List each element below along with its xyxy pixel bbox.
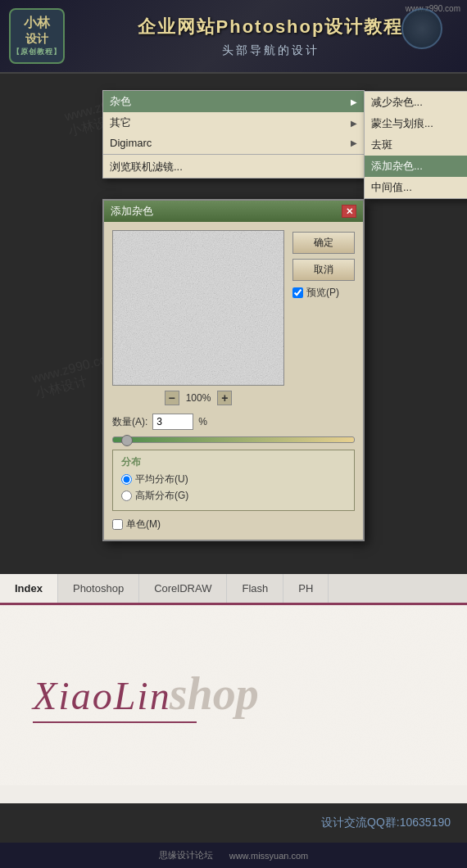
menu-item-other-label: 其它: [110, 115, 351, 130]
menu-item-other[interactable]: 其它 ▶: [103, 112, 364, 133]
dialog-close-button[interactable]: ✕: [342, 205, 356, 218]
submenu-item-4[interactable]: 中间值...: [365, 177, 467, 198]
main-dark-area: www.z990.com小林设计 www.z990.com小林设计 杂色 ▶ 减…: [0, 74, 467, 558]
preview-checkbox-row: 预览(P): [292, 286, 355, 300]
menu-item-zashe-label: 杂色: [110, 94, 351, 109]
add-noise-dialog: 添加杂色 ✕ − 100% +: [102, 199, 365, 541]
menu-item-digimarc-label: Digimarc: [110, 137, 351, 149]
footer: 设计交流QQ群:10635190: [0, 803, 467, 843]
logo-sub: 【原创教程】: [12, 47, 61, 57]
submenu-item-0[interactable]: 减少杂色...: [365, 92, 467, 113]
menu-arrow-zashe: ▶: [351, 97, 357, 106]
uniform-radio-label: 平均分布(U): [135, 472, 188, 486]
tab-flash[interactable]: Flash: [227, 574, 283, 603]
xiaolinshop-logo: XiaoLin shop: [33, 667, 259, 723]
xiaolinshop-shop: shop: [170, 667, 259, 720]
gaussian-radio-row: 高斯分布(G): [121, 489, 346, 503]
header-decorative-circle: [401, 8, 442, 49]
gaussian-radio[interactable]: [121, 491, 132, 501]
submenu-item-3[interactable]: 添加杂色...: [365, 156, 467, 177]
tab-photoshop[interactable]: Photoshop: [58, 574, 139, 603]
bottom-section: Index Photoshop CorelDRAW Flash PH XiaoL…: [0, 574, 467, 803]
dialog-controls: 确定 取消 预览(P): [292, 230, 355, 405]
dialog-body: − 100% + 确定 取消 预览(P): [104, 222, 363, 414]
xiaolinshop-xiaolin: XiaoLin: [33, 676, 171, 716]
sub-title: 头部导航的设计: [222, 43, 320, 58]
submenu-item-1[interactable]: 蒙尘与划痕...: [365, 113, 467, 134]
dialog-titlebar: 添加杂色 ✕: [104, 201, 363, 222]
footer-qq-text: 设计交流QQ群:10635190: [321, 816, 451, 830]
distribution-box: 分布 平均分布(U) 高斯分布(G): [112, 450, 355, 511]
dialog-title: 添加杂色: [111, 204, 153, 219]
svg-rect-1: [113, 231, 284, 386]
uniform-radio[interactable]: [121, 474, 132, 485]
main-title: 企业网站Photoshop设计教程: [138, 15, 404, 39]
submenu-zashe: 减少杂色... 蒙尘与划痕... 去斑 添加杂色... 中间值...: [364, 91, 467, 199]
zoom-percent: 100%: [186, 392, 211, 404]
nav-content: XiaoLin shop: [0, 605, 467, 785]
amount-input[interactable]: [152, 414, 193, 430]
logo-line2: 设计: [25, 32, 48, 47]
preview-checkbox[interactable]: [292, 287, 303, 298]
noise-preview-canvas: [112, 230, 284, 386]
zoom-controls: − 100% +: [165, 391, 233, 405]
dialog-preview-area: − 100% +: [112, 230, 284, 405]
preview-checkbox-label: 预览(P): [306, 286, 339, 300]
logo-line1: 小林: [24, 15, 50, 32]
confirm-button[interactable]: 确定: [292, 232, 355, 254]
slider-thumb[interactable]: [121, 435, 133, 446]
tab-index[interactable]: Index: [0, 574, 58, 605]
dialog-settings-section: 数量(A): % 分布 平均分布(U) 高斯分布(G) 单: [104, 414, 363, 540]
logo: 小林 设计 【原创教程】: [9, 8, 65, 64]
menu-item-browse[interactable]: 浏览联机滤镜...: [103, 156, 364, 178]
site-footer-left: 思缘设计论坛: [159, 849, 213, 861]
amount-slider[interactable]: [112, 436, 355, 443]
uniform-radio-row: 平均分布(U): [121, 472, 346, 486]
cancel-button[interactable]: 取消: [292, 259, 355, 281]
submenu-item-2[interactable]: 去斑: [365, 134, 467, 156]
zoom-minus-button[interactable]: −: [165, 391, 179, 405]
monochrome-row: 单色(M): [112, 518, 355, 531]
amount-row: 数量(A): %: [112, 414, 355, 430]
distribution-title: 分布: [121, 455, 346, 469]
menu-arrow-digimarc: ▶: [351, 138, 357, 147]
amount-unit: %: [198, 416, 207, 427]
menu-divider: [103, 154, 364, 155]
nav-tabs: Index Photoshop CorelDRAW Flash PH: [0, 574, 467, 605]
monochrome-label: 单色(M): [126, 518, 161, 531]
header: 小林 设计 【原创教程】 企业网站Photoshop设计教程 头部导航的设计 w…: [0, 0, 467, 74]
menu-item-zashe[interactable]: 杂色 ▶ 减少杂色... 蒙尘与划痕... 去斑 添加杂色... 中间值...: [103, 91, 364, 112]
context-menu-container: 杂色 ▶ 减少杂色... 蒙尘与划痕... 去斑 添加杂色... 中间值... …: [102, 90, 365, 179]
amount-label: 数量(A):: [112, 415, 147, 429]
tab-coreldraw[interactable]: CorelDRAW: [139, 574, 227, 603]
logo-underline: [33, 721, 197, 723]
context-menu: 杂色 ▶ 减少杂色... 蒙尘与划痕... 去斑 添加杂色... 中间值... …: [102, 90, 365, 179]
site-footer-right: www.missyuan.com: [229, 851, 309, 861]
menu-item-digimarc[interactable]: Digimarc ▶: [103, 133, 364, 152]
tab-ph[interactable]: PH: [283, 574, 329, 603]
site-footer: 思缘设计论坛 www.missyuan.com: [0, 843, 467, 868]
logo-box: 小林 设计 【原创教程】: [0, 0, 74, 73]
gaussian-radio-label: 高斯分布(G): [135, 489, 188, 503]
menu-item-browse-label: 浏览联机滤镜...: [110, 160, 357, 174]
zoom-plus-button[interactable]: +: [217, 391, 232, 405]
monochrome-checkbox[interactable]: [112, 519, 123, 530]
noise-svg: [113, 231, 284, 386]
menu-arrow-other: ▶: [351, 119, 357, 128]
